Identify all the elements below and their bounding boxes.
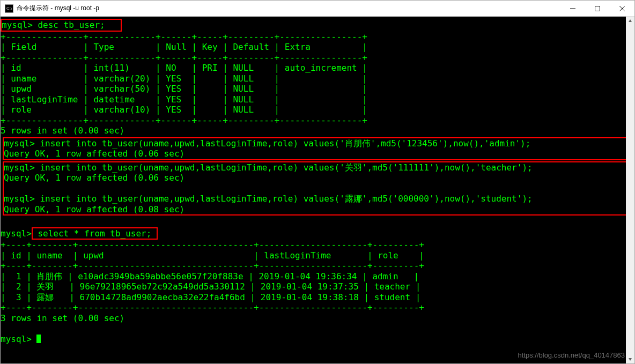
- app-icon: C:\: [5, 4, 13, 13]
- prompt: mysql>: [2, 20, 33, 30]
- query-result: Query OK, 1 row affected (0.06 sec): [4, 148, 184, 159]
- sql-insert-command: mysql> insert into tb_user(uname,upwd,la…: [4, 194, 533, 204]
- svg-rect-1: [595, 6, 600, 11]
- terminal-output[interactable]: mysql> desc tb_user; +---------------+--…: [1, 19, 634, 344]
- table-row: | 3 | 露娜 | 670b14728ad9902aecba32e22fa4f…: [1, 292, 420, 302]
- sql-insert-command: mysql> insert into tb_user(uname,upwd,la…: [4, 162, 533, 173]
- table-row: | uname | varchar(20) | YES | | NULL | |: [1, 73, 367, 84]
- close-button[interactable]: [610, 1, 634, 16]
- watermark: https://blog.csdn.net/qq_40147863: [518, 351, 625, 359]
- cursor: [36, 335, 41, 343]
- table-border: +----+--------+-------------------------…: [1, 240, 424, 250]
- result-summary: 5 rows in set (0.00 sec): [1, 125, 124, 136]
- table-border: +---------------+-------------+------+--…: [1, 53, 367, 63]
- sql-desc-command: desc tb_user;: [33, 20, 105, 30]
- table-border: +---------------+-------------+------+--…: [1, 115, 367, 125]
- table-border: +----+--------+-------------------------…: [1, 302, 424, 313]
- highlight-insert-1: mysql> insert into tb_user(uname,upwd,la…: [3, 137, 632, 160]
- highlight-insert-2-3: mysql> insert into tb_user(uname,upwd,la…: [3, 161, 632, 216]
- table-border: +---------------+-------------+------+--…: [1, 32, 367, 42]
- table-header: | id | uname | upwd | lastLoginTime | ro…: [1, 250, 424, 261]
- highlight-select-cmd: select * from tb_user;: [32, 227, 158, 240]
- table-row: | upwd | varchar(50) | YES | | NULL | |: [1, 84, 367, 94]
- window-title: 命令提示符 - mysql -u root -p: [17, 4, 99, 13]
- query-result: Query OK, 1 row affected (0.08 sec): [4, 204, 184, 214]
- app-icon-text: C:\: [6, 6, 12, 11]
- table-header: | Field | Type | Null | Key | Default | …: [1, 42, 367, 52]
- minimize-button[interactable]: [560, 1, 585, 16]
- prompt: mysql>: [1, 334, 32, 344]
- query-result: Query OK, 1 row affected (0.06 sec): [4, 173, 184, 183]
- table-row: | lastLoginTime | datetime | YES | | NUL…: [1, 94, 367, 105]
- highlight-desc-cmd: mysql> desc tb_user;: [1, 19, 122, 32]
- table-row: | 2 | 关羽 | 96e79218965eb72c92a549dd5a330…: [1, 281, 420, 292]
- svg-marker-5: [629, 358, 632, 361]
- table-row: | 1 | 肖朋伟 | e10adc3949ba59abbe56e057f20f…: [1, 271, 419, 281]
- scroll-up-button[interactable]: [626, 17, 634, 25]
- table-row: | id | int(11) | NO | PRI | NULL | auto_…: [1, 63, 367, 73]
- maximize-button[interactable]: [585, 1, 610, 16]
- result-summary: 3 rows in set (0.00 sec): [1, 313, 124, 323]
- scroll-down-button[interactable]: [626, 355, 634, 363]
- command-prompt-window: C:\ 命令提示符 - mysql -u root -p mysql> desc…: [0, 0, 635, 364]
- sql-insert-command: mysql> insert into tb_user(uname,upwd,la…: [4, 138, 530, 148]
- svg-marker-4: [629, 19, 632, 22]
- sql-select-command: select * from tb_user;: [33, 228, 152, 239]
- table-row: | role | varchar(10) | YES | | NULL | |: [1, 105, 367, 115]
- window-controls: [560, 1, 634, 16]
- vertical-scrollbar[interactable]: [626, 17, 634, 363]
- prompt: mysql>: [1, 228, 32, 239]
- table-border: +----+--------+-------------------------…: [1, 261, 424, 271]
- titlebar: C:\ 命令提示符 - mysql -u root -p: [1, 1, 634, 17]
